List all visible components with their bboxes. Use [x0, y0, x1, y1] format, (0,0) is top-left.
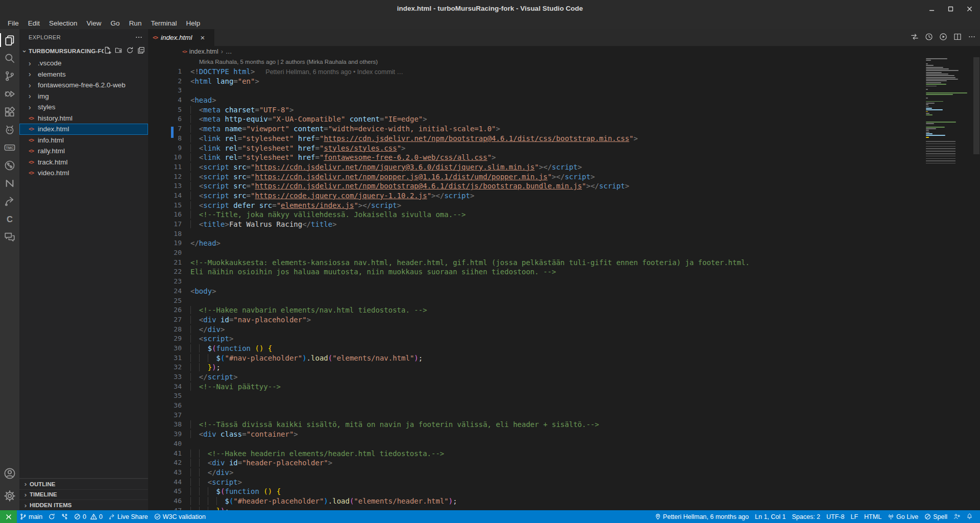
explorer-pane-title: EXPLORER — [29, 34, 61, 40]
vertical-scrollbar[interactable] — [973, 57, 980, 510]
new-folder-icon[interactable] — [115, 46, 122, 56]
tree-item-info-html[interactable]: <>info.html — [19, 135, 148, 146]
extension-liveshare-icon[interactable] — [0, 192, 19, 210]
sidebar-explorer: EXPLORER › TURBOMURSURACING-FORK ›.vscod… — [19, 29, 148, 510]
workspace-name: TURBOMURSURACING-FORK — [29, 48, 104, 54]
tree-item-index-html[interactable]: <>index.html — [19, 124, 148, 135]
feedback-person-icon[interactable] — [950, 510, 963, 523]
tree-item--vscode[interactable]: ›.vscode — [19, 58, 148, 69]
extension-alien-icon[interactable] — [0, 121, 19, 138]
eol-status[interactable]: LF — [847, 510, 861, 523]
extension-comments-icon[interactable] — [0, 228, 19, 246]
scrollbar-slider[interactable] — [973, 57, 979, 154]
extension-tmc-icon[interactable]: TMC — [0, 138, 19, 156]
problems-status[interactable]: 0 0 — [71, 510, 106, 523]
minimap-overflow-content — [926, 141, 955, 163]
chevron-right-icon: › — [29, 70, 37, 78]
tree-item-track-html[interactable]: <>track.html — [19, 157, 148, 168]
git-graph-icon[interactable] — [58, 510, 71, 523]
breadcrumb-tail[interactable]: … — [226, 48, 232, 55]
language-mode[interactable]: HTML — [861, 510, 885, 523]
section-timeline[interactable]: › TIMELINE — [19, 489, 148, 500]
collapse-all-icon[interactable] — [137, 46, 145, 56]
code-editor[interactable]: Mirka Rauhala, 5 months ago | 2 authors … — [148, 57, 980, 510]
source-control-icon[interactable] — [0, 67, 19, 85]
tree-item-elements[interactable]: ›elements — [19, 69, 148, 80]
tree-item-label: styles — [37, 103, 56, 111]
refresh-icon[interactable] — [126, 46, 134, 56]
tree-item-history-html[interactable]: <>history.html — [19, 113, 148, 124]
menu-edit[interactable]: Edit — [23, 18, 44, 28]
gitlens-annotations-icon[interactable] — [925, 33, 933, 43]
line-number: 4 — [148, 96, 190, 105]
tree-item-video-html[interactable]: <>video.html — [19, 168, 148, 179]
explorer-icon[interactable] — [0, 31, 19, 49]
go-live-button[interactable]: Go Live — [885, 510, 921, 523]
maximize-icon[interactable] — [947, 6, 954, 12]
menu-selection[interactable]: Selection — [44, 18, 82, 28]
w3c-validation-status[interactable]: W3C validation — [151, 510, 209, 523]
file-tree[interactable]: ›.vscode›elements›fontawesome-free-6.2.0… — [19, 57, 148, 478]
tree-item-fontawesome-free-6-2-0-web[interactable]: ›fontawesome-free-6.2.0-web — [19, 80, 148, 91]
code-line-35: 35 — [148, 391, 980, 401]
live-preview-icon[interactable] — [939, 33, 947, 43]
menu-terminal[interactable]: Terminal — [146, 18, 181, 28]
section-hidden-items[interactable]: › HIDDEN ITEMS — [19, 500, 148, 510]
line-number: 32 — [148, 363, 190, 372]
account-icon[interactable] — [0, 462, 19, 485]
minimize-icon[interactable] — [928, 6, 935, 12]
codelens-blame[interactable]: Mirka Rauhala, 5 months ago | 2 authors … — [199, 57, 980, 67]
breadcrumb-file[interactable]: index.html — [189, 48, 218, 55]
code-line-5: 5 <meta charset="UTF-8"> — [148, 105, 980, 115]
workspace-section-header[interactable]: › TURBOMURSURACING-FORK — [19, 45, 148, 57]
section-outline[interactable]: › OUTLINE — [19, 479, 148, 489]
blame-status[interactable]: Petteri Hellman, 6 months ago — [652, 510, 752, 523]
menu-view[interactable]: View — [82, 18, 106, 28]
tree-item-rally-html[interactable]: <>rally.html — [19, 146, 148, 157]
code-lines: 1<!DOCTYPE html> Petteri Hellman, 6 mont… — [148, 67, 980, 510]
settings-gear-icon[interactable] — [0, 485, 19, 507]
tree-item-label: fontawesome-free-6.2.0-web — [37, 81, 126, 89]
sync-icon[interactable] — [45, 510, 58, 523]
tab-index-html[interactable]: <> index.html × — [148, 29, 214, 46]
line-number: 28 — [148, 325, 190, 335]
extension-c-icon[interactable]: C — [0, 210, 19, 228]
tree-item-label: track.html — [37, 158, 68, 166]
close-icon[interactable] — [966, 6, 973, 12]
tree-item-img[interactable]: ›img — [19, 91, 148, 102]
minimap[interactable] — [926, 58, 973, 510]
explorer-more-actions-icon[interactable] — [135, 33, 143, 41]
chevron-right-icon: › — [221, 48, 223, 55]
editor-group: <> index.html × <> index.html › … — [148, 29, 980, 510]
open-changes-icon[interactable] — [911, 33, 919, 43]
live-share-status[interactable]: Live Share — [106, 510, 151, 523]
split-editor-icon[interactable] — [953, 33, 962, 43]
notifications-bell-icon[interactable] — [963, 510, 976, 523]
spell-checker-status[interactable]: Spell — [921, 510, 950, 523]
git-branch-status[interactable]: main — [17, 510, 45, 523]
breadcrumb[interactable]: <> index.html › … — [148, 46, 980, 57]
menu-file[interactable]: File — [3, 18, 23, 28]
html-file-icon: <> — [29, 159, 37, 165]
extension-gitlens-icon[interactable] — [0, 156, 19, 174]
menu-help[interactable]: Help — [181, 18, 205, 28]
code-line-20: 20 — [148, 248, 980, 258]
code-line-12: 12 <script src="https://cdn.jsdelivr.net… — [148, 172, 980, 182]
more-actions-icon[interactable] — [968, 33, 976, 43]
search-icon[interactable] — [0, 49, 19, 67]
code-line-39: 39 <div class="container"> — [148, 430, 980, 439]
tab-close-icon[interactable]: × — [201, 34, 205, 41]
encoding-status[interactable]: UTF-8 — [823, 510, 847, 523]
tree-item-styles[interactable]: ›styles — [19, 102, 148, 113]
new-file-icon[interactable] — [104, 46, 111, 56]
remote-indicator[interactable] — [0, 510, 17, 523]
extension-n-icon[interactable] — [0, 174, 19, 192]
run-debug-icon[interactable] — [0, 85, 19, 103]
menu-run[interactable]: Run — [125, 18, 146, 28]
extensions-icon[interactable] — [0, 103, 19, 121]
menu-go[interactable]: Go — [106, 18, 125, 28]
indentation-status[interactable]: Spaces: 2 — [789, 510, 823, 523]
cursor-position[interactable]: Ln 1, Col 1 — [752, 510, 789, 523]
line-number: 20 — [148, 248, 190, 258]
line-number: 6 — [148, 114, 190, 124]
